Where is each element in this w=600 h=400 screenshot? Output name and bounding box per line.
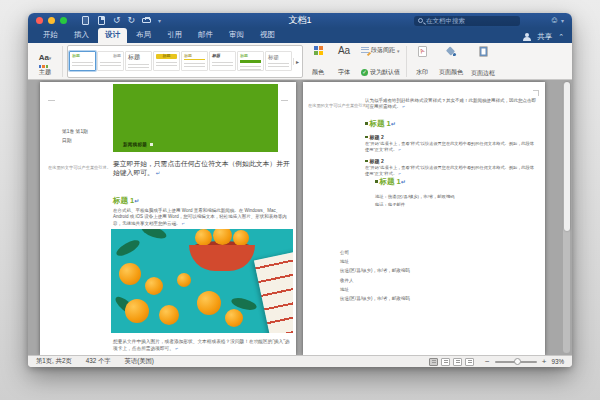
- date-line: 日期: [62, 137, 72, 143]
- style-set-item[interactable]: 标题: [97, 51, 124, 71]
- heading-1: 标题 1↵: [365, 119, 396, 129]
- save-icon[interactable]: [97, 16, 106, 25]
- close-button[interactable]: [36, 17, 43, 24]
- status-bar: 第1页, 共2页 432 个字 英语(美国) − + 93%: [28, 355, 572, 367]
- zoom-slider-knob[interactable]: [514, 358, 521, 365]
- tab-review[interactable]: 审阅: [222, 28, 251, 43]
- address-block-line: 公司: [340, 250, 349, 255]
- page-color-bucket-icon: [446, 46, 456, 56]
- bullet-icon: [365, 160, 368, 163]
- body-paragraph: 在台式机、平板电脑或手机上使用 Word 查看和编辑此新闻稿。在 Windows…: [113, 208, 294, 229]
- vertical-scrollbar[interactable]: [563, 82, 570, 354]
- collapse-ribbon-chevron-icon[interactable]: ⌃: [558, 33, 564, 41]
- ribbon-tab-bar: 开始 插入 设计 布局 引用 邮件 审阅 视图 共享 ⌃: [28, 28, 572, 43]
- share-person-icon: [523, 33, 531, 41]
- fullscreen-button[interactable]: [60, 17, 67, 24]
- newsletter-masthead-block[interactable]: 新闻稿标题: [113, 84, 278, 152]
- web-layout-view-icon[interactable]: [441, 358, 450, 366]
- search-icon: [418, 18, 423, 23]
- tab-mailings[interactable]: 邮件: [191, 28, 220, 43]
- traffic-lights: [36, 17, 67, 24]
- address-line: 地址：街道(区/县/镇乡)，市/省，邮政编码: [375, 194, 455, 199]
- heading-1: 标题 1↵: [375, 177, 406, 187]
- intro-paragraph: 要立即开始，只需点击任何占位符文本（例如此文本）并开始键入即可。 ↵: [113, 159, 293, 178]
- document-canvas[interactable]: 新闻稿标题 第1卷 第1期 日期 在这里的文字可以产生某些引述。 要立即开始，只…: [28, 80, 572, 356]
- address-block-line: 地址: [340, 287, 349, 292]
- style-set-item[interactable]: 标题: [153, 51, 180, 71]
- bullet-icon: [365, 122, 368, 125]
- return-mark: ↵: [156, 170, 161, 176]
- body-paragraph: 在“开始”选项卡上，查看“样式”以快速设置您在此文档中看到的任何文本格式。例如，…: [365, 141, 538, 154]
- sidebar-quote: 在这里的文字可以产生某些引述。: [48, 165, 112, 170]
- set-default-button[interactable]: ✓ 设为默认值: [361, 68, 400, 77]
- sidebar-quote: 在这里的文字可以产生某些引述。: [308, 103, 365, 108]
- minimize-button[interactable]: [48, 17, 55, 24]
- style-set-item[interactable]: 标题: [125, 51, 152, 71]
- style-set-item-selected[interactable]: 标题: [69, 51, 96, 71]
- address-block-line: 街道(区/县/镇乡)，市/省，邮政编码: [340, 296, 410, 301]
- style-set-item[interactable]: 标题: [237, 51, 264, 71]
- style-set-gallery: 标题 标题 标题 标题 标题 标题 标题 标题 ▸: [67, 45, 303, 78]
- bullet-icon: [375, 180, 378, 183]
- feedback-smiley-icon[interactable]: ☺▾: [550, 15, 564, 25]
- zoom-level[interactable]: 93%: [551, 358, 564, 365]
- page-indicator[interactable]: 第1页, 共2页: [36, 357, 72, 366]
- toolbar-dropdown-caret-icon[interactable]: ▾: [158, 18, 161, 24]
- volume-issue-line: 第1卷 第1期: [62, 128, 88, 134]
- colors-icon: [314, 46, 323, 55]
- watermark-icon: [418, 46, 427, 57]
- zoom-slider[interactable]: [495, 361, 537, 363]
- page-2[interactable]: 在这里的文字可以产生某些引述。 认为似乎难有恰到好处的格式设置样式？其实不难！此…: [303, 82, 545, 356]
- share-button[interactable]: 共享: [537, 32, 552, 42]
- tab-references[interactable]: 引用: [160, 28, 189, 43]
- zoom-in-button[interactable]: +: [542, 358, 547, 366]
- page-borders-button[interactable]: 页面边框: [469, 45, 497, 78]
- paragraph-mark: [150, 143, 153, 146]
- draft-view-icon[interactable]: [465, 358, 474, 366]
- tab-insert[interactable]: 插入: [67, 28, 96, 43]
- tab-design[interactable]: 设计: [98, 28, 127, 43]
- new-document-icon[interactable]: [81, 16, 90, 25]
- heading-2: 标题 2: [365, 134, 384, 140]
- search-box[interactable]: [414, 16, 520, 26]
- tab-layout[interactable]: 布局: [129, 28, 158, 43]
- phone-email-line: 电话：电子邮件: [375, 202, 405, 207]
- apricots-photo[interactable]: [111, 229, 293, 333]
- striped-towel: [254, 251, 293, 333]
- style-set-item[interactable]: 标题: [181, 51, 208, 71]
- fonts-icon: Aa: [338, 46, 350, 56]
- page-color-button[interactable]: 页面颜色: [437, 45, 465, 78]
- themes-button[interactable]: Aa▾ 主题: [32, 45, 58, 78]
- caption-paragraph: 想要从文件中插入图片，或者添加形状、文本框或表格？没问题！在功能区的“插入”选项…: [113, 338, 291, 353]
- themes-label: 主题: [39, 68, 51, 77]
- gallery-more-button[interactable]: ▸: [293, 58, 301, 65]
- style-set-item[interactable]: 标题: [265, 51, 292, 71]
- masthead-title: 新闻稿标题: [123, 142, 147, 147]
- language-indicator[interactable]: 英语(美国): [125, 357, 154, 366]
- watermark-button[interactable]: 水印: [411, 45, 433, 78]
- address-block-line: 收件人: [340, 278, 354, 283]
- paragraph-spacing-button[interactable]: 段落间距 ▾: [361, 46, 400, 55]
- zoom-out-button[interactable]: −: [485, 358, 490, 366]
- address-block-line: 地址: [340, 259, 349, 264]
- scrollbar-thumb[interactable]: [564, 82, 570, 231]
- colors-button[interactable]: 颜色: [307, 45, 329, 78]
- print-layout-view-icon[interactable]: [429, 358, 438, 366]
- word-count[interactable]: 432 个字: [86, 357, 111, 366]
- fonts-button[interactable]: Aa 字体: [333, 45, 355, 78]
- title-bar: ↺ ↻ ▾ 文档1 ☺▾: [28, 13, 572, 28]
- tab-view[interactable]: 视图: [253, 28, 282, 43]
- undo-icon[interactable]: ↺: [113, 16, 121, 25]
- search-input[interactable]: [426, 17, 516, 24]
- page-1[interactable]: 新闻稿标题 第1卷 第1期 日期 在这里的文字可以产生某些引述。 要立即开始，只…: [40, 82, 296, 356]
- page-borders-icon: [479, 46, 488, 57]
- word-window: ↺ ↻ ▾ 文档1 ☺▾ 开始 插入 设计 布局 引用 邮件 审阅 视图 共享 …: [28, 13, 572, 367]
- tab-home[interactable]: 开始: [36, 28, 65, 43]
- redo-icon[interactable]: ↻: [128, 16, 136, 25]
- themes-icon: Aa: [39, 53, 49, 62]
- style-set-item[interactable]: 标题: [209, 51, 236, 71]
- print-icon[interactable]: [142, 16, 151, 25]
- paragraph-spacing-icon: [361, 47, 369, 54]
- outline-view-icon[interactable]: [453, 358, 462, 366]
- red-bowl: [189, 233, 255, 273]
